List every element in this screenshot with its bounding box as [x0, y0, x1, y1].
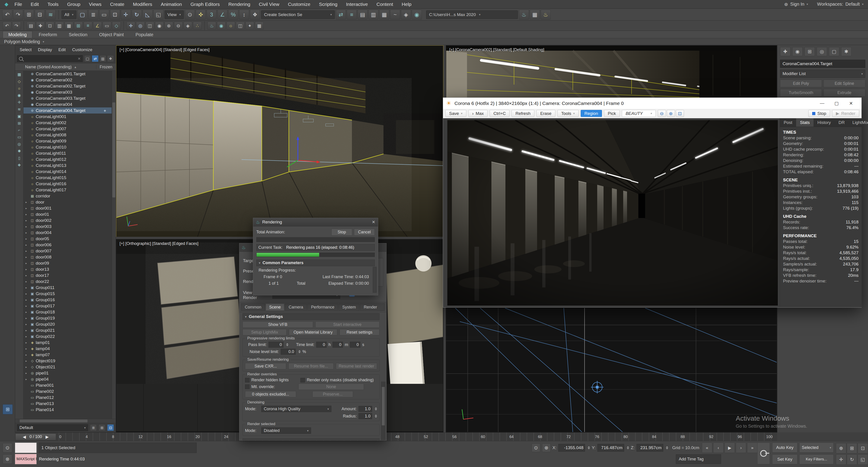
- maxscript-mini-output[interactable]: [15, 443, 37, 453]
- explorer-menu-item[interactable]: Edit: [55, 47, 69, 52]
- select-none-button[interactable]: ▢: [84, 55, 91, 62]
- render-production-icon[interactable]: ♨: [541, 10, 551, 20]
- progress-titlebar[interactable]: ♨ Rendering ✕: [253, 218, 378, 226]
- display-spacewarps-icon[interactable]: ≋: [18, 107, 21, 112]
- time-limit-hours-input[interactable]: 0: [316, 342, 327, 348]
- expand-arrow-icon[interactable]: ▸: [24, 353, 29, 356]
- edge-loop-icon[interactable]: ◫: [146, 22, 154, 30]
- select-and-move-icon[interactable]: ✛: [121, 10, 131, 20]
- display-hidden-icon[interactable]: ▯: [18, 156, 20, 160]
- denoise-radius-input[interactable]: 1.0: [359, 413, 372, 419]
- expand-arrow-icon[interactable]: ▸: [24, 341, 29, 344]
- list-item[interactable]: ▸ ▣ Group015: [24, 291, 112, 297]
- select-and-manipulate-icon[interactable]: ✜: [196, 10, 206, 20]
- reset-settings-button[interactable]: Reset settings: [340, 329, 379, 335]
- erase-button[interactable]: Erase: [536, 110, 555, 117]
- curve-editor-icon[interactable]: ~: [390, 10, 400, 20]
- render-setup-scrollbar[interactable]: [381, 382, 385, 441]
- list-item[interactable]: ▭ Plane013: [24, 401, 112, 407]
- spacing-tool-icon[interactable]: ≡: [84, 22, 92, 30]
- list-item[interactable]: ☼ CoronaLight016: [24, 181, 112, 187]
- explorer-menu-item[interactable]: Customize: [69, 47, 96, 52]
- selection-filter-dropdown[interactable]: All▾: [61, 10, 76, 19]
- render-hidden-lights-checkbox[interactable]: [245, 378, 250, 382]
- display-groups-icon[interactable]: ▣: [18, 114, 21, 119]
- snaps-toggle-icon[interactable]: 3: [207, 10, 217, 20]
- expand-arrow-icon[interactable]: ▸: [24, 286, 29, 289]
- pick-button[interactable]: Pick: [604, 110, 620, 117]
- isolate-selection-toggle[interactable]: ⊙: [3, 443, 12, 453]
- list-item[interactable]: ▸ ◫ door05: [24, 236, 112, 242]
- list-item[interactable]: ▸ ◈ lamp01: [24, 340, 112, 346]
- general-settings-rollout[interactable]: ▾General Settings: [243, 313, 379, 320]
- key-filters-button[interactable]: Key Filters...: [799, 454, 834, 464]
- list-item[interactable]: ☼ CoronaLight017: [24, 187, 112, 193]
- proxy-object-icon[interactable]: ◇: [112, 22, 121, 30]
- expand-arrow-icon[interactable]: ▸: [24, 372, 29, 375]
- preserve-button[interactable]: Preserve...: [312, 391, 353, 397]
- expand-arrow-icon[interactable]: ▸: [24, 292, 29, 295]
- region-button[interactable]: Region: [581, 110, 602, 117]
- list-item[interactable]: ▸ ◫ door: [24, 199, 112, 205]
- scene-undo-icon[interactable]: ↶: [3, 22, 11, 30]
- display-lights-icon[interactable]: ☼: [18, 86, 21, 91]
- expand-arrow-icon[interactable]: ▸: [24, 274, 29, 277]
- vfb-stats-tab[interactable]: Post: [780, 118, 796, 127]
- list-item[interactable]: ▭ Plane002: [24, 388, 112, 395]
- reference-coordinate-dropdown[interactable]: View▾: [164, 10, 184, 19]
- menu-item[interactable]: Tools: [43, 0, 62, 8]
- menu-item[interactable]: Help: [398, 0, 415, 8]
- save-cxr-button[interactable]: Save CXR...: [245, 363, 286, 369]
- list-item[interactable]: ▸ ◎ pipe04: [24, 376, 112, 382]
- window-crossing-icon[interactable]: ⊡: [110, 10, 120, 20]
- batch-render-icon[interactable]: ▦: [255, 22, 264, 30]
- rectangular-selection-region-icon[interactable]: ▭: [99, 10, 109, 20]
- bind-to-space-warp-icon[interactable]: ≋: [46, 10, 56, 20]
- expand-arrow-icon[interactable]: ▸: [24, 237, 29, 240]
- display-geometry-icon[interactable]: ▦: [18, 72, 21, 77]
- expand-arrow-icon[interactable]: ▸: [24, 335, 29, 338]
- render-setup-tab[interactable]: Common: [241, 303, 265, 311]
- expand-arrow-icon[interactable]: ▸: [24, 207, 29, 210]
- vfb-stats-tab[interactable]: LightMix: [848, 118, 868, 127]
- list-item[interactable]: ⊕ CoronaCamera003.Target: [24, 95, 112, 101]
- angle-snap-icon[interactable]: ∠: [217, 10, 227, 20]
- list-item[interactable]: ▸ ◫ door13: [24, 266, 112, 272]
- expand-arrow-icon[interactable]: ▸: [24, 359, 29, 362]
- expand-arrow-icon[interactable]: ▸: [24, 304, 29, 308]
- modifier-set-button[interactable]: TurboSmooth: [780, 89, 822, 96]
- modifier-set-button[interactable]: Edit Poly: [780, 80, 822, 87]
- modify-tab-icon[interactable]: ◉: [792, 47, 803, 56]
- set-key-mode-button[interactable]: [757, 443, 770, 464]
- list-item[interactable]: ☼ CoronaLight011: [24, 150, 112, 156]
- ring-select-icon[interactable]: ◉: [155, 22, 164, 30]
- expand-arrow-icon[interactable]: ▸: [24, 366, 29, 369]
- expand-arrow-icon[interactable]: ▸: [24, 231, 29, 234]
- display-containers-icon[interactable]: ▭: [18, 135, 21, 140]
- menu-item[interactable]: Content: [373, 0, 397, 8]
- effects-icon[interactable]: ✦: [246, 22, 254, 30]
- spinner-snap-icon[interactable]: ↕: [239, 10, 249, 20]
- mtl-override-checkbox[interactable]: [245, 384, 250, 389]
- list-item[interactable]: ▸ ◫ door09: [24, 260, 112, 266]
- select-and-scale-icon[interactable]: ◺: [143, 10, 153, 20]
- expand-arrow-icon[interactable]: ▸: [24, 262, 29, 265]
- layer-list-icon[interactable]: ▤: [27, 22, 35, 30]
- container-icon[interactable]: ▭: [103, 22, 111, 30]
- display-sets-icon[interactable]: ❖: [18, 163, 21, 168]
- mtl-override-none-button[interactable]: None: [298, 384, 364, 390]
- ignore-backfacing-icon[interactable]: ◈: [184, 22, 192, 30]
- vfb-stats-tab[interactable]: History: [813, 118, 835, 127]
- x-coordinate-input[interactable]: -1355.048: [558, 444, 585, 451]
- spinner-control[interactable]: [375, 407, 377, 410]
- create-tab-icon[interactable]: ✚: [780, 47, 790, 56]
- list-item[interactable]: ☼ CoronaLight012: [24, 156, 112, 163]
- isolate-set-icon[interactable]: ⊡: [107, 424, 114, 431]
- menu-item[interactable]: Rendering: [224, 0, 254, 8]
- display-floater-icon[interactable]: ▥: [55, 22, 64, 30]
- named-sets-list-icon[interactable]: ≣: [90, 424, 97, 431]
- list-item[interactable]: ▭ Plane014: [24, 407, 112, 413]
- corona-toolbar-icon[interactable]: ♨: [208, 22, 216, 30]
- sign-in-button[interactable]: ⊚Sign In▾: [784, 2, 808, 7]
- expand-arrow-icon[interactable]: ▸: [24, 201, 29, 204]
